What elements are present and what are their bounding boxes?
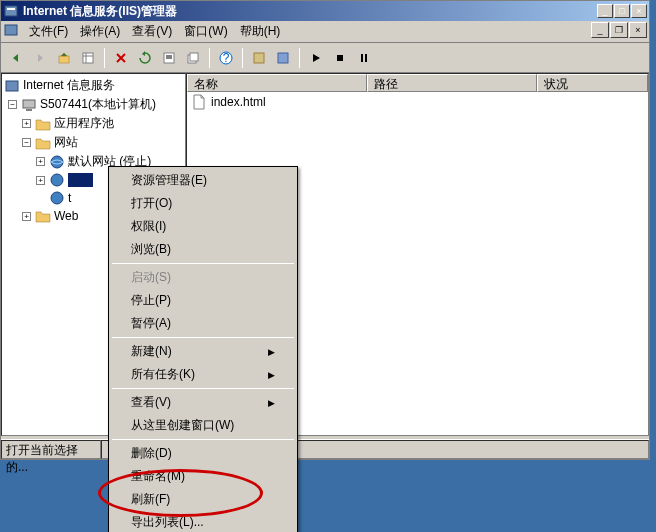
back-button[interactable] (5, 47, 27, 69)
toolbar: ? (1, 43, 649, 73)
child-restore-button[interactable]: ❐ (610, 22, 628, 38)
svg-rect-17 (361, 54, 363, 62)
globe-icon (49, 172, 65, 188)
submenu-arrow-icon: ▶ (268, 398, 275, 408)
folder-icon (35, 135, 51, 151)
tree-label-selected (68, 173, 93, 187)
properties-button[interactable] (158, 47, 180, 69)
computer-icon (21, 97, 37, 113)
child-close-button[interactable]: × (629, 22, 647, 38)
svg-rect-1 (7, 8, 15, 10)
mmc-icon (3, 22, 19, 41)
icon-button-1[interactable] (248, 47, 270, 69)
start-button[interactable] (305, 47, 327, 69)
maximize-button[interactable]: □ (614, 4, 630, 18)
menu-action[interactable]: 操作(A) (74, 21, 126, 42)
tree-label: t (68, 191, 71, 205)
svg-rect-0 (5, 6, 17, 16)
iis-icon (4, 78, 20, 94)
submenu-arrow-icon: ▶ (268, 370, 275, 380)
tree-label: Internet 信息服务 (23, 77, 115, 94)
show-tree-button[interactable] (77, 47, 99, 69)
svg-rect-2 (5, 25, 17, 35)
tree-label: 应用程序池 (54, 115, 114, 132)
tree-label: 网站 (54, 134, 78, 151)
list-item[interactable]: index.html (187, 92, 648, 112)
svg-rect-11 (190, 53, 198, 61)
svg-rect-16 (337, 55, 343, 61)
expand-icon[interactable]: + (36, 176, 45, 185)
menu-window[interactable]: 窗口(W) (178, 21, 233, 42)
svg-rect-14 (254, 53, 264, 63)
collapse-icon[interactable]: − (8, 100, 17, 109)
stop-button[interactable] (329, 47, 351, 69)
window-title: Internet 信息服务(IIS)管理器 (23, 3, 597, 20)
expand-icon[interactable]: + (22, 119, 31, 128)
svg-rect-21 (26, 109, 32, 111)
ctx-separator (112, 388, 294, 389)
ctx-export-list[interactable]: 导出列表(L)... (111, 511, 295, 532)
toolbar-separator (299, 48, 300, 68)
svg-rect-15 (278, 53, 288, 63)
icon-button-2[interactable] (272, 47, 294, 69)
ctx-new[interactable]: 新建(N)▶ (111, 340, 295, 363)
menu-view[interactable]: 查看(V) (126, 21, 178, 42)
menu-file[interactable]: 文件(F) (23, 21, 74, 42)
menu-help[interactable]: 帮助(H) (234, 21, 287, 42)
svg-rect-3 (59, 56, 69, 63)
refresh-button[interactable] (134, 47, 156, 69)
ctx-stop[interactable]: 停止(P) (111, 289, 295, 312)
tree-root[interactable]: Internet 信息服务 (4, 76, 183, 95)
export-button[interactable] (182, 47, 204, 69)
toolbar-separator (104, 48, 105, 68)
child-window-buttons: _ ❐ × (591, 22, 647, 38)
ctx-start: 启动(S) (111, 266, 295, 289)
app-icon (3, 3, 19, 19)
file-name: index.html (211, 95, 266, 109)
ctx-explorer[interactable]: 资源管理器(E) (111, 169, 295, 192)
collapse-icon[interactable]: − (22, 138, 31, 147)
tree-label: S507441(本地计算机) (40, 96, 156, 113)
svg-point-24 (51, 192, 63, 204)
svg-text:?: ? (223, 51, 230, 65)
window-buttons: _ □ × (597, 4, 647, 18)
close-button[interactable]: × (631, 4, 647, 18)
pause-button[interactable] (353, 47, 375, 69)
ctx-window-here[interactable]: 从这里创建窗口(W) (111, 414, 295, 437)
col-name[interactable]: 名称 (187, 74, 367, 92)
up-button[interactable] (53, 47, 75, 69)
ctx-open[interactable]: 打开(O) (111, 192, 295, 215)
svg-point-23 (51, 174, 63, 186)
forward-button[interactable] (29, 47, 51, 69)
ctx-browse[interactable]: 浏览(B) (111, 238, 295, 261)
expand-icon[interactable]: + (22, 212, 31, 221)
toolbar-separator (209, 48, 210, 68)
ctx-separator (112, 439, 294, 440)
minimize-button[interactable]: _ (597, 4, 613, 18)
file-icon (191, 94, 207, 110)
tree-websites[interactable]: − 网站 (4, 133, 183, 152)
svg-point-22 (51, 156, 63, 168)
ctx-permissions[interactable]: 权限(I) (111, 215, 295, 238)
menubar: 文件(F) 操作(A) 查看(V) 窗口(W) 帮助(H) _ ❐ × (1, 21, 649, 43)
col-path[interactable]: 路径 (367, 74, 537, 92)
expand-icon[interactable]: + (36, 157, 45, 166)
col-status[interactable]: 状况 (537, 74, 648, 92)
help-button[interactable]: ? (215, 47, 237, 69)
globe-icon (49, 154, 65, 170)
ctx-delete[interactable]: 删除(D) (111, 442, 295, 465)
ctx-all-tasks[interactable]: 所有任务(K)▶ (111, 363, 295, 386)
ctx-rename[interactable]: 重命名(M) (111, 465, 295, 488)
tree-computer[interactable]: − S507441(本地计算机) (4, 95, 183, 114)
globe-icon (49, 190, 65, 206)
delete-button[interactable] (110, 47, 132, 69)
ctx-pause[interactable]: 暂停(A) (111, 312, 295, 335)
list-header: 名称 路径 状况 (187, 74, 648, 92)
ctx-refresh[interactable]: 刷新(F) (111, 488, 295, 511)
ctx-view[interactable]: 查看(V)▶ (111, 391, 295, 414)
folder-icon (35, 116, 51, 132)
child-minimize-button[interactable]: _ (591, 22, 609, 38)
tree-app-pools[interactable]: + 应用程序池 (4, 114, 183, 133)
svg-rect-18 (365, 54, 367, 62)
status-text: 打开当前选择的... (1, 440, 101, 459)
